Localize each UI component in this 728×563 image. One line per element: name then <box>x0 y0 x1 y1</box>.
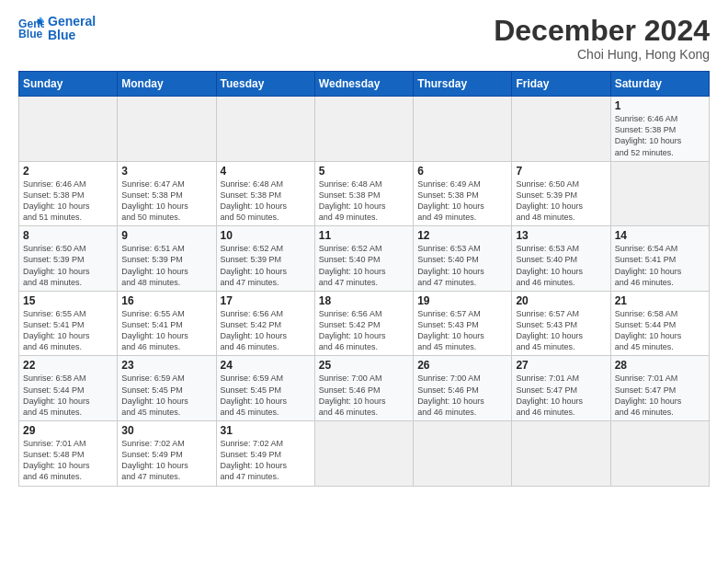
day-number: 30 <box>121 424 211 437</box>
day-detail: Sunrise: 6:53 AM Sunset: 5:40 PM Dayligh… <box>516 243 606 288</box>
day-cell: 5Sunrise: 6:48 AM Sunset: 5:38 PM Daylig… <box>314 161 413 226</box>
day-cell: 23Sunrise: 6:59 AM Sunset: 5:45 PM Dayli… <box>118 356 216 421</box>
day-detail: Sunrise: 7:02 AM Sunset: 5:49 PM Dayligh… <box>221 438 311 483</box>
day-number: 19 <box>417 294 507 307</box>
day-number: 13 <box>516 229 606 242</box>
col-header-tuesday: Tuesday <box>216 72 314 97</box>
day-cell <box>512 421 610 487</box>
day-detail: Sunrise: 7:00 AM Sunset: 5:46 PM Dayligh… <box>319 373 409 418</box>
day-cell: 31Sunrise: 7:02 AM Sunset: 5:49 PM Dayli… <box>216 421 314 487</box>
day-cell: 9Sunrise: 6:51 AM Sunset: 5:39 PM Daylig… <box>118 226 216 292</box>
col-header-saturday: Saturday <box>610 72 709 97</box>
logo-line2: Blue <box>48 29 96 42</box>
logo: General Blue General Blue <box>18 15 96 43</box>
day-cell: 12Sunrise: 6:53 AM Sunset: 5:40 PM Dayli… <box>414 226 512 292</box>
day-cell: 7Sunrise: 6:50 AM Sunset: 5:39 PM Daylig… <box>512 161 610 226</box>
day-detail: Sunrise: 6:58 AM Sunset: 5:44 PM Dayligh… <box>615 308 705 353</box>
day-number: 22 <box>23 359 113 372</box>
day-cell: 24Sunrise: 6:59 AM Sunset: 5:45 PM Dayli… <box>216 356 314 421</box>
day-detail: Sunrise: 6:57 AM Sunset: 5:43 PM Dayligh… <box>516 308 606 353</box>
day-detail: Sunrise: 6:46 AM Sunset: 5:38 PM Dayligh… <box>615 113 705 158</box>
day-cell <box>610 161 709 226</box>
day-cell: 18Sunrise: 6:56 AM Sunset: 5:42 PM Dayli… <box>314 291 413 356</box>
day-cell: 19Sunrise: 6:57 AM Sunset: 5:43 PM Dayli… <box>414 291 512 356</box>
day-number: 4 <box>221 165 311 178</box>
day-number: 28 <box>615 359 705 372</box>
day-detail: Sunrise: 6:47 AM Sunset: 5:38 PM Dayligh… <box>121 178 211 224</box>
day-cell: 6Sunrise: 6:49 AM Sunset: 5:38 PM Daylig… <box>414 161 512 226</box>
day-cell: 14Sunrise: 6:54 AM Sunset: 5:41 PM Dayli… <box>610 226 709 292</box>
day-cell <box>414 421 512 487</box>
day-cell: 20Sunrise: 6:57 AM Sunset: 5:43 PM Dayli… <box>512 291 610 356</box>
day-number: 26 <box>417 359 507 372</box>
day-cell: 13Sunrise: 6:53 AM Sunset: 5:40 PM Dayli… <box>512 226 610 292</box>
day-cell: 4Sunrise: 6:48 AM Sunset: 5:38 PM Daylig… <box>216 161 314 226</box>
col-header-thursday: Thursday <box>414 72 512 97</box>
day-number: 31 <box>221 424 311 437</box>
day-cell: 28Sunrise: 7:01 AM Sunset: 5:47 PM Dayli… <box>610 356 709 421</box>
day-cell: 15Sunrise: 6:55 AM Sunset: 5:41 PM Dayli… <box>19 291 118 356</box>
day-number: 20 <box>516 294 606 307</box>
day-detail: Sunrise: 6:53 AM Sunset: 5:40 PM Dayligh… <box>417 243 507 288</box>
calendar-table: SundayMondayTuesdayWednesdayThursdayFrid… <box>18 71 710 486</box>
day-number: 11 <box>319 229 409 242</box>
day-detail: Sunrise: 6:58 AM Sunset: 5:44 PM Dayligh… <box>23 373 113 418</box>
day-cell <box>314 421 413 487</box>
day-detail: Sunrise: 6:48 AM Sunset: 5:38 PM Dayligh… <box>221 178 311 224</box>
day-detail: Sunrise: 7:01 AM Sunset: 5:47 PM Dayligh… <box>516 373 606 418</box>
day-detail: Sunrise: 6:55 AM Sunset: 5:41 PM Dayligh… <box>23 308 113 353</box>
day-cell: 29Sunrise: 7:01 AM Sunset: 5:48 PM Dayli… <box>19 421 118 487</box>
day-cell: 30Sunrise: 7:02 AM Sunset: 5:49 PM Dayli… <box>118 421 216 487</box>
day-cell: 17Sunrise: 6:56 AM Sunset: 5:42 PM Dayli… <box>216 291 314 356</box>
col-header-monday: Monday <box>118 72 216 97</box>
day-number: 16 <box>121 294 211 307</box>
day-cell: 2Sunrise: 6:46 AM Sunset: 5:38 PM Daylig… <box>19 161 118 226</box>
location: Choi Hung, Hong Kong <box>494 47 710 62</box>
day-number: 17 <box>221 294 311 307</box>
day-cell: 8Sunrise: 6:50 AM Sunset: 5:39 PM Daylig… <box>19 226 118 292</box>
logo-line1: General <box>48 15 96 29</box>
day-cell: 10Sunrise: 6:52 AM Sunset: 5:39 PM Dayli… <box>216 226 314 292</box>
day-cell: 25Sunrise: 7:00 AM Sunset: 5:46 PM Dayli… <box>314 356 413 421</box>
day-detail: Sunrise: 7:01 AM Sunset: 5:48 PM Dayligh… <box>23 438 113 483</box>
day-cell <box>414 97 512 162</box>
day-cell: 3Sunrise: 6:47 AM Sunset: 5:38 PM Daylig… <box>118 161 216 226</box>
day-cell <box>118 97 216 162</box>
day-cell: 21Sunrise: 6:58 AM Sunset: 5:44 PM Dayli… <box>610 291 709 356</box>
day-cell: 22Sunrise: 6:58 AM Sunset: 5:44 PM Dayli… <box>19 356 118 421</box>
day-detail: Sunrise: 6:56 AM Sunset: 5:42 PM Dayligh… <box>319 308 409 353</box>
day-cell: 16Sunrise: 6:55 AM Sunset: 5:41 PM Dayli… <box>118 291 216 356</box>
day-cell <box>314 97 413 162</box>
day-number: 24 <box>221 359 311 372</box>
day-detail: Sunrise: 6:48 AM Sunset: 5:38 PM Dayligh… <box>319 178 409 224</box>
day-number: 9 <box>121 229 211 242</box>
day-number: 25 <box>319 359 409 372</box>
day-number: 10 <box>221 229 311 242</box>
calendar-body: 1Sunrise: 6:46 AM Sunset: 5:38 PM Daylig… <box>19 97 710 486</box>
week-row-6: 29Sunrise: 7:01 AM Sunset: 5:48 PM Dayli… <box>19 421 710 487</box>
day-cell <box>216 97 314 162</box>
day-cell <box>610 421 709 487</box>
day-number: 8 <box>23 229 113 242</box>
week-row-4: 15Sunrise: 6:55 AM Sunset: 5:41 PM Dayli… <box>19 291 710 356</box>
title-block: December 2024 Choi Hung, Hong Kong <box>494 15 710 62</box>
col-header-sunday: Sunday <box>19 72 118 97</box>
day-number: 15 <box>23 294 113 307</box>
svg-text:Blue: Blue <box>18 29 43 41</box>
logo-icon: General Blue <box>18 16 44 41</box>
day-number: 23 <box>121 359 211 372</box>
day-number: 5 <box>319 165 409 178</box>
week-row-2: 2Sunrise: 6:46 AM Sunset: 5:38 PM Daylig… <box>19 161 710 226</box>
day-number: 3 <box>121 165 211 178</box>
day-detail: Sunrise: 6:57 AM Sunset: 5:43 PM Dayligh… <box>417 308 507 353</box>
day-number: 14 <box>615 229 705 242</box>
day-detail: Sunrise: 6:59 AM Sunset: 5:45 PM Dayligh… <box>121 373 211 418</box>
week-row-3: 8Sunrise: 6:50 AM Sunset: 5:39 PM Daylig… <box>19 226 710 292</box>
day-detail: Sunrise: 6:56 AM Sunset: 5:42 PM Dayligh… <box>221 308 311 353</box>
day-detail: Sunrise: 7:00 AM Sunset: 5:46 PM Dayligh… <box>417 373 507 418</box>
page: General Blue General Blue December 2024 … <box>0 0 728 563</box>
day-number: 6 <box>417 165 507 178</box>
col-header-wednesday: Wednesday <box>314 72 413 97</box>
col-header-friday: Friday <box>512 72 610 97</box>
day-number: 27 <box>516 359 606 372</box>
